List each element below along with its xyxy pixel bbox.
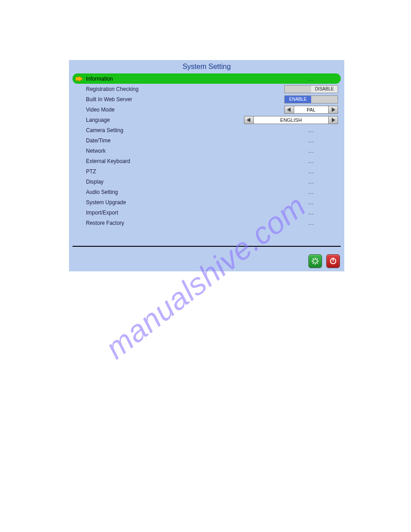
menu-value: ... xyxy=(284,179,338,185)
menu-label: Camera Setting xyxy=(84,127,123,133)
menu-label: Information xyxy=(84,76,113,82)
menu-label: Language xyxy=(84,117,110,123)
arrow-left-icon[interactable] xyxy=(244,116,254,124)
spinner-language[interactable]: ENGLISH xyxy=(244,116,338,124)
menu-item-external-keyboard[interactable]: External Keyboard ... xyxy=(73,156,341,166)
toggle-off-side xyxy=(311,96,338,103)
svg-marker-0 xyxy=(76,76,83,82)
spinner-value: ENGLISH xyxy=(254,116,328,124)
arrow-left-icon[interactable] xyxy=(284,106,294,114)
menu-value: ... xyxy=(284,168,338,175)
footer-bar xyxy=(69,253,344,271)
svg-line-11 xyxy=(313,262,314,263)
menu-item-date-time[interactable]: Date/Time ... xyxy=(73,135,341,146)
menu-item-audio-setting[interactable]: Audio Setting ... xyxy=(73,187,341,197)
menu-label: Restore Factory xyxy=(84,220,124,226)
spinner-value: PAL xyxy=(294,106,328,114)
arrow-right-icon[interactable] xyxy=(328,116,338,124)
toggle-label: ENABLE xyxy=(285,96,311,103)
page-title: System Setting xyxy=(69,60,344,73)
menu-label: Import/Export xyxy=(84,210,118,216)
menu-label: External Keyboard xyxy=(84,158,130,164)
menu-value: ... xyxy=(284,127,338,133)
arrow-right-icon[interactable] xyxy=(328,106,338,114)
menu-value: ... xyxy=(284,137,338,144)
power-icon xyxy=(329,257,337,265)
menu-item-language[interactable]: Language ENGLISH xyxy=(73,115,341,125)
menu-value: ... xyxy=(284,220,338,226)
menu-item-system-upgrade[interactable]: System Upgrade ... xyxy=(73,197,341,207)
menu-label: System Upgrade xyxy=(84,199,126,206)
divider xyxy=(73,246,341,247)
system-setting-panel: System Setting Information ... Registrat… xyxy=(69,60,344,271)
menu-item-web-server[interactable]: Built In Web Server ENABLE xyxy=(73,94,341,104)
menu-value: ... xyxy=(284,158,338,164)
menu-label: PTZ xyxy=(84,168,96,175)
toggle-registration-checking[interactable]: DISABLE xyxy=(284,85,338,93)
svg-marker-4 xyxy=(332,118,335,122)
svg-line-10 xyxy=(317,262,317,263)
svg-line-9 xyxy=(313,259,314,260)
menu-item-network[interactable]: Network ... xyxy=(73,146,341,156)
menu-list: Information ... Registration Checking DI… xyxy=(69,73,344,253)
refresh-icon xyxy=(311,257,319,265)
menu-value: ... xyxy=(284,210,338,216)
menu-value: ... xyxy=(284,199,338,206)
power-button[interactable] xyxy=(326,254,340,268)
menu-label: Network xyxy=(84,148,106,154)
menu-item-registration-checking[interactable]: Registration Checking DISABLE xyxy=(73,84,341,94)
menu-value: ... xyxy=(284,148,338,154)
menu-item-video-mode[interactable]: Video Mode PAL xyxy=(73,104,341,115)
menu-item-restore-factory[interactable]: Restore Factory ... xyxy=(73,218,341,228)
menu-item-ptz[interactable]: PTZ ... xyxy=(73,166,341,176)
svg-line-12 xyxy=(317,259,317,260)
menu-item-import-export[interactable]: Import/Export ... xyxy=(73,207,341,218)
menu-value: ... xyxy=(284,76,338,82)
menu-label: Audio Setting xyxy=(84,189,118,195)
toggle-label: DISABLE xyxy=(311,86,338,93)
svg-marker-3 xyxy=(247,118,250,122)
toggle-web-server[interactable]: ENABLE xyxy=(284,95,338,103)
menu-label: Video Mode xyxy=(84,107,115,113)
selection-arrow-icon xyxy=(75,76,83,82)
svg-marker-1 xyxy=(287,107,291,112)
menu-item-information[interactable]: Information ... xyxy=(73,73,341,84)
menu-label: Built In Web Server xyxy=(84,96,132,103)
refresh-button[interactable] xyxy=(308,254,322,268)
menu-label: Display xyxy=(84,179,103,185)
menu-label: Registration Checking xyxy=(84,86,138,92)
menu-item-display[interactable]: Display ... xyxy=(73,176,341,187)
toggle-off-side xyxy=(285,86,311,93)
menu-label: Date/Time xyxy=(84,137,111,144)
menu-item-camera-setting[interactable]: Camera Setting ... xyxy=(73,125,341,135)
menu-value: ... xyxy=(284,189,338,195)
spinner-video-mode[interactable]: PAL xyxy=(284,106,338,114)
svg-marker-2 xyxy=(332,107,335,112)
